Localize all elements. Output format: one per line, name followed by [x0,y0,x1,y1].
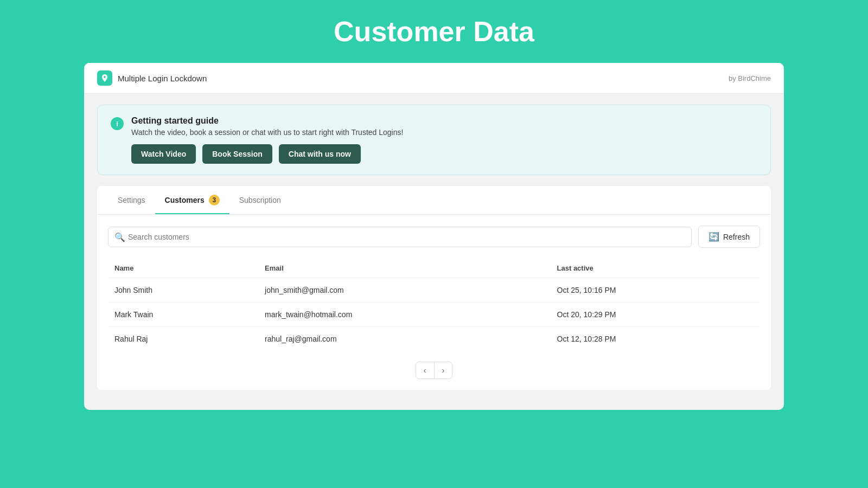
customers-table: Name Email Last active John Smith john_s… [108,259,760,351]
getting-started-box: i Getting started guide Watch the video,… [97,105,771,175]
app-by-label: by BirdChime [729,74,771,82]
search-icon: 🔍 [114,232,125,242]
info-icon: i [111,117,124,130]
book-session-button[interactable]: Book Session [202,144,272,164]
tab-content: 🔍 🔄 Refresh Name Email Last active [97,215,771,390]
search-input[interactable] [108,227,692,247]
col-last-active: Last active [551,259,760,278]
cell-email: john_smith@gmail.com [258,278,550,303]
chat-button[interactable]: Chat with us now [279,144,361,164]
cell-email: mark_twain@hotmail.com [258,303,550,327]
watch-video-button[interactable]: Watch Video [131,144,196,164]
content-area: i Getting started guide Watch the video,… [84,94,784,401]
cell-last-active: Oct 20, 10:29 PM [551,303,760,327]
tab-customers-label: Customers [165,196,205,204]
refresh-icon: 🔄 [709,232,719,242]
pagination: ‹ › [108,362,760,379]
getting-started-content: Getting started guide Watch the video, b… [131,116,403,164]
main-card: Multiple Login Lockdown by BirdChime i G… [84,63,784,410]
page-title: Customer Data [334,0,534,63]
cell-name: John Smith [108,278,258,303]
cell-email: rahul_raj@gmail.com [258,327,550,351]
cell-name: Mark Twain [108,303,258,327]
app-logo-icon [97,70,112,86]
pagination-next[interactable]: › [435,362,453,379]
col-name: Name [108,259,258,278]
app-header: Multiple Login Lockdown by BirdChime [84,63,784,94]
cell-last-active: Oct 25, 10:16 PM [551,278,760,303]
table-row: Rahul Raj rahul_raj@gmail.com Oct 12, 10… [108,327,760,351]
app-name: Multiple Login Lockdown [118,74,207,83]
table-row: John Smith john_smith@gmail.com Oct 25, … [108,278,760,303]
col-email: Email [258,259,550,278]
tab-settings-label: Settings [118,196,145,204]
refresh-button[interactable]: 🔄 Refresh [698,226,760,248]
cell-name: Rahul Raj [108,327,258,351]
tab-settings[interactable]: Settings [108,186,155,214]
tabs-section: Settings Customers 3 Subscription 🔍 [97,186,771,390]
search-refresh-row: 🔍 🔄 Refresh [108,226,760,248]
getting-started-description: Watch the video, book a session or chat … [131,128,403,137]
cell-last-active: Oct 12, 10:28 PM [551,327,760,351]
tab-subscription[interactable]: Subscription [229,186,291,214]
tabs-header: Settings Customers 3 Subscription [97,186,771,215]
refresh-label: Refresh [723,233,750,241]
search-wrapper: 🔍 [108,227,692,247]
getting-started-buttons: Watch Video Book Session Chat with us no… [131,144,403,164]
customers-badge: 3 [209,195,220,206]
table-row: Mark Twain mark_twain@hotmail.com Oct 20… [108,303,760,327]
pagination-prev[interactable]: ‹ [416,362,435,379]
tab-customers[interactable]: Customers 3 [155,186,229,214]
app-header-left: Multiple Login Lockdown [97,70,207,86]
tab-subscription-label: Subscription [239,196,281,204]
getting-started-title: Getting started guide [131,116,403,126]
